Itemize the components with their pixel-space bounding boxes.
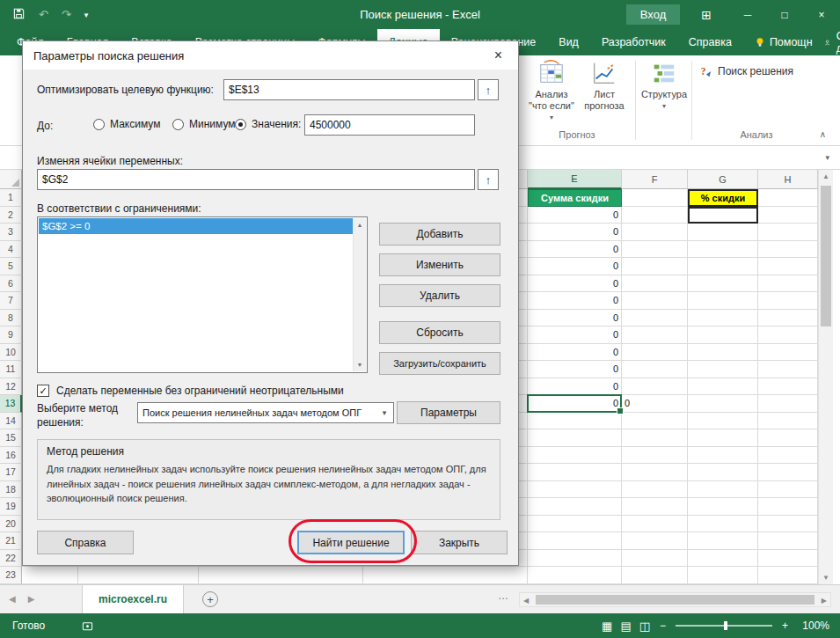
- row-header-2[interactable]: 2: [0, 207, 22, 224]
- row-header-6[interactable]: 6: [0, 275, 22, 293]
- cell-H2[interactable]: [758, 207, 818, 224]
- cell-E19[interactable]: [528, 498, 622, 516]
- cell-E9[interactable]: 0: [528, 326, 622, 344]
- cell-A23[interactable]: [22, 567, 78, 584]
- cell-H11[interactable]: [758, 361, 818, 378]
- view-normal-icon[interactable]: ▦: [602, 620, 612, 633]
- cell-E18[interactable]: [528, 481, 622, 499]
- ribbon-display-options-icon[interactable]: ⊞: [701, 8, 712, 22]
- cell-F16[interactable]: [622, 447, 688, 465]
- cell-G6[interactable]: [688, 275, 758, 293]
- cell-H10[interactable]: [758, 344, 818, 362]
- cell-H12[interactable]: [758, 378, 818, 396]
- constraints-listbox[interactable]: $G$2 >= 0 ▲ ▼: [37, 216, 368, 373]
- col-header-G[interactable]: G: [688, 170, 758, 189]
- cell-E14[interactable]: [528, 413, 622, 430]
- cell-G14[interactable]: [688, 413, 758, 430]
- row-header-21[interactable]: 21: [0, 532, 22, 550]
- cell-E16[interactable]: [528, 447, 622, 465]
- zoom-slider-handle[interactable]: [724, 621, 727, 630]
- cell-H9[interactable]: [758, 326, 818, 344]
- row-header-16[interactable]: 16: [0, 447, 22, 465]
- cell-G18[interactable]: [688, 481, 758, 499]
- radio-maximum[interactable]: Максимум: [93, 118, 160, 130]
- row-header-4[interactable]: 4: [0, 241, 22, 259]
- cell-F11[interactable]: [622, 361, 688, 378]
- row-header-14[interactable]: 14: [0, 413, 22, 430]
- row-header-13[interactable]: 13: [0, 395, 22, 413]
- cell-G17[interactable]: [688, 464, 758, 481]
- cell-B23[interactable]: [78, 567, 199, 584]
- cell-H15[interactable]: [758, 429, 818, 447]
- cell-H5[interactable]: [758, 258, 818, 275]
- cell-C23[interactable]: [199, 567, 363, 584]
- row-header-22[interactable]: 22: [0, 550, 22, 568]
- macro-record-icon[interactable]: [82, 620, 93, 632]
- cell-G3[interactable]: [688, 224, 758, 241]
- cell-G1[interactable]: % скидки: [688, 189, 758, 207]
- scroll-down-icon[interactable]: ▼: [354, 362, 366, 368]
- row-header-18[interactable]: 18: [0, 481, 22, 499]
- help-button[interactable]: Справка: [37, 531, 134, 554]
- cell-D23[interactable]: [363, 567, 528, 584]
- cell-H20[interactable]: [758, 516, 818, 533]
- cell-H21[interactable]: [758, 532, 818, 550]
- cell-H3[interactable]: [758, 224, 818, 241]
- undo-icon[interactable]: ↶: [39, 8, 48, 21]
- select-all-corner[interactable]: [0, 170, 22, 189]
- cell-F19[interactable]: [622, 498, 688, 516]
- cell-G16[interactable]: [688, 447, 758, 465]
- listbox-scrollbar[interactable]: ▲ ▼: [353, 218, 366, 371]
- cell-E11[interactable]: 0: [528, 361, 622, 378]
- cell-E3[interactable]: 0: [528, 224, 622, 241]
- close-dialog-button[interactable]: Закрыть: [411, 531, 508, 554]
- row-header-23[interactable]: 23: [0, 567, 22, 584]
- cell-F6[interactable]: [622, 275, 688, 293]
- cell-E1[interactable]: Сумма скидки: [528, 189, 622, 207]
- constraint-item[interactable]: $G$2 >= 0: [39, 218, 353, 234]
- cell-H13[interactable]: [758, 395, 818, 413]
- add-sheet-button[interactable]: +: [202, 591, 218, 607]
- row-header-9[interactable]: 9: [0, 326, 22, 344]
- dialog-close-button[interactable]: ×: [478, 41, 518, 69]
- cell-F3[interactable]: [622, 224, 688, 241]
- radio-minimum[interactable]: Минимум: [172, 118, 236, 130]
- zoom-out-icon[interactable]: −: [660, 620, 666, 632]
- save-icon[interactable]: [12, 7, 26, 23]
- tab-overflow-icon[interactable]: …: [498, 590, 508, 602]
- cell-E2[interactable]: 0: [528, 207, 622, 224]
- cell-G11[interactable]: [688, 361, 758, 378]
- cell-E10[interactable]: 0: [528, 344, 622, 362]
- objective-range-picker-button[interactable]: ↑: [478, 79, 499, 100]
- cell-G22[interactable]: [688, 550, 758, 568]
- zoom-slider[interactable]: [676, 625, 772, 627]
- cell-F15[interactable]: [622, 429, 688, 447]
- cell-F4[interactable]: [622, 241, 688, 259]
- variables-input[interactable]: [37, 169, 475, 190]
- row-header-5[interactable]: 5: [0, 258, 22, 275]
- options-button[interactable]: Параметры: [397, 401, 500, 424]
- customize-qat-icon[interactable]: ▾: [84, 11, 89, 19]
- col-header-F[interactable]: F: [622, 170, 688, 189]
- cell-H8[interactable]: [758, 310, 818, 327]
- cell-G2[interactable]: [688, 207, 758, 224]
- radio-value-of[interactable]: Значения:: [235, 118, 301, 130]
- cell-F20[interactable]: [622, 516, 688, 533]
- view-page-layout-icon[interactable]: ▤: [620, 620, 631, 633]
- row-header-20[interactable]: 20: [0, 516, 22, 533]
- vertical-scroll-thumb[interactable]: [821, 186, 831, 326]
- row-header-10[interactable]: 10: [0, 344, 22, 362]
- cell-H4[interactable]: [758, 241, 818, 259]
- cell-F5[interactable]: [622, 258, 688, 275]
- close-window-button[interactable]: ×: [803, 0, 840, 29]
- share-button[interactable]: Общий доступ: [824, 29, 840, 55]
- view-page-break-icon[interactable]: ◫: [639, 620, 650, 633]
- cell-H19[interactable]: [758, 498, 818, 516]
- cell-G12[interactable]: [688, 378, 758, 396]
- cell-G5[interactable]: [688, 258, 758, 275]
- cell-F9[interactable]: [622, 326, 688, 344]
- formula-bar-expand-icon[interactable]: ▾: [825, 153, 829, 162]
- cell-H7[interactable]: [758, 292, 818, 310]
- target-value-input[interactable]: [304, 114, 475, 136]
- cell-H14[interactable]: [758, 413, 818, 430]
